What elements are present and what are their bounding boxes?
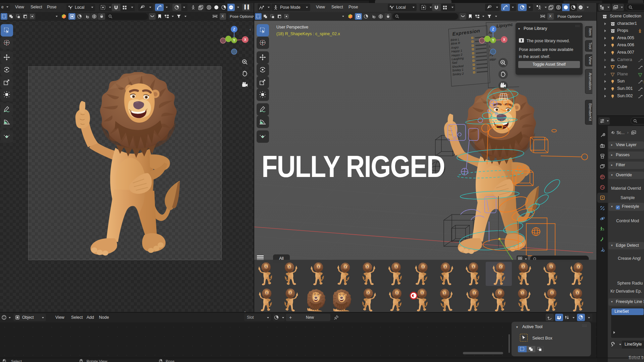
svg-text:Z: Z (233, 27, 235, 31)
svg-text:X: X (244, 38, 247, 42)
svg-text:Y: Y (233, 39, 235, 42)
svg-text:Z: Z (492, 27, 494, 31)
svg-text:X: X (503, 38, 505, 42)
svg-text:Y: Y (492, 39, 494, 42)
